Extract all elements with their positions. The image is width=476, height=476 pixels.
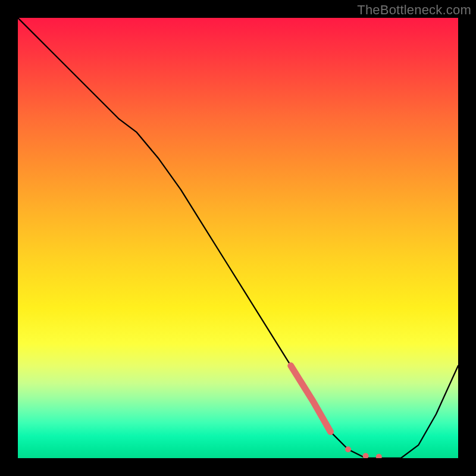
highlight-dot <box>363 453 369 458</box>
highlight-dot <box>376 454 382 458</box>
bottleneck-curve <box>18 18 458 458</box>
chart-svg <box>18 18 458 458</box>
chart-frame: TheBottleneck.com <box>0 0 476 476</box>
watermark-text: TheBottleneck.com <box>357 2 471 18</box>
highlight-dot <box>345 446 351 452</box>
highlight-dots <box>345 446 382 458</box>
plot-area <box>18 18 458 458</box>
highlight-segment <box>291 366 331 432</box>
